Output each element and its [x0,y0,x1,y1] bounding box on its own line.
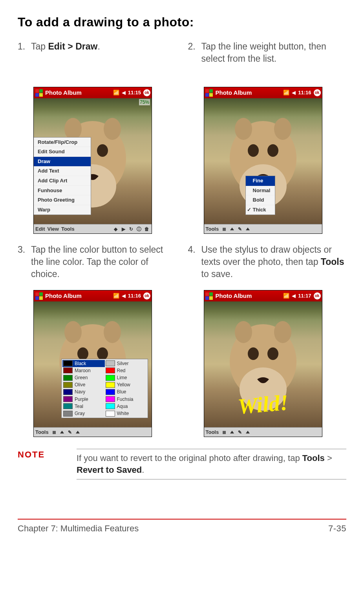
color-option[interactable]: Aqua [105,403,147,410]
step-4-post: to save. [201,269,233,279]
start-icon[interactable] [35,292,43,300]
dropdown-icon[interactable] [229,226,235,232]
connectivity-icon[interactable]: 📶 [113,89,119,96]
connectivity-icon[interactable]: 📶 [283,292,289,299]
color-option[interactable]: Yellow [105,381,147,388]
color-option[interactable]: Lime [105,374,147,381]
speaker-icon[interactable]: ◀ [292,292,296,299]
step-4: 4. Use the stylus to draw objects or tex… [188,244,347,283]
info-icon[interactable]: ⓘ [136,226,142,232]
menu-tools[interactable]: Tools [35,429,49,436]
svg-point-22 [235,321,252,343]
step-1: 1. Tap Edit > Draw. [18,40,176,80]
color-option[interactable]: Fuchsia [105,396,147,403]
ok-button[interactable]: ok [314,292,321,299]
step-2-text: Tap the line weight button, then select … [201,40,347,80]
photo-canvas[interactable]: 75% Rotate/Flip/CropEdit SoundDrawAdd Te… [34,98,152,224]
start-icon[interactable] [35,89,43,97]
menu-item[interactable]: Thick [246,205,275,215]
color-option[interactable]: Navy [62,388,105,395]
footer-page-number: 7-35 [328,523,346,534]
menu-tools[interactable]: Tools [61,226,75,233]
line-weight-icon[interactable]: ≣ [51,429,57,435]
dropdown-icon[interactable] [229,429,235,435]
photo-canvas[interactable]: Wild! [204,301,322,427]
menu-item[interactable]: Warp [34,205,91,215]
color-name: Black [75,360,86,367]
speaker-icon[interactable]: ◀ [122,292,126,299]
menu-edit[interactable]: Edit [35,226,45,233]
color-option[interactable]: Maroon [62,367,105,374]
connectivity-icon[interactable]: 📶 [283,89,289,96]
start-icon[interactable] [205,292,213,300]
color-name: Maroon [75,367,91,374]
svg-point-21 [267,347,278,360]
bottom-toolbar: Tools ≣ ✎ [204,224,322,233]
rotate-icon[interactable]: ↻ [128,226,134,232]
line-weight-icon[interactable]: ≣ [221,429,227,435]
line-weight-icon[interactable]: ≣ [221,226,227,232]
color-option[interactable]: Teal [62,403,105,410]
menu-item[interactable]: Funhouse [34,186,91,196]
delete-icon[interactable]: 🗑 [144,226,150,232]
nav-fwd-icon[interactable]: ▶ [120,226,126,232]
speaker-icon[interactable]: ◀ [122,89,126,96]
color-name: Blue [117,389,126,395]
color-option[interactable]: White [105,410,147,417]
menu-view[interactable]: View [48,226,59,233]
note-bold-1: Tools [302,453,325,463]
color-icon[interactable]: ✎ [67,429,73,435]
menu-item[interactable]: Draw [34,157,91,167]
menu-tools[interactable]: Tools [206,429,219,436]
start-icon[interactable] [205,89,213,97]
color-swatch [63,396,73,402]
connectivity-icon[interactable]: 📶 [113,292,119,299]
menu-item[interactable]: Edit Sound [34,147,91,157]
color-option[interactable]: Silver [105,360,147,367]
dropdown-icon[interactable] [245,226,251,232]
menu-item[interactable]: Normal [246,186,275,196]
color-name: Lime [117,375,127,381]
color-swatch [63,411,73,417]
ok-button[interactable]: ok [143,292,150,299]
menu-item[interactable]: Photo Greeting [34,195,91,205]
menu-item[interactable]: Bold [246,195,275,205]
clock-time: 11:15 [128,89,141,96]
dropdown-icon[interactable] [59,429,65,435]
color-swatch [106,367,115,373]
menu-tools[interactable]: Tools [206,226,219,233]
app-title: Photo Album [45,292,113,300]
page-title: To add a drawing to a photo: [18,14,346,31]
photo-canvas[interactable]: BlackSilverMaroonRedGreenLimeOliveYellow… [34,301,152,427]
color-option[interactable]: Black [62,360,105,367]
color-name: Yellow [117,382,130,388]
color-option[interactable]: Olive [62,381,105,388]
color-option[interactable]: Green [62,374,105,381]
app-title: Photo Album [216,292,284,300]
menu-item[interactable]: Add Text [34,166,91,176]
nav-back-icon[interactable]: ◆ [112,226,119,232]
color-option[interactable]: Purple [62,396,105,403]
color-option[interactable]: Red [105,367,147,374]
photo-canvas[interactable]: FineNormalBoldThick [204,98,322,224]
color-icon[interactable]: ✎ [237,429,243,435]
titlebar: Photo Album 📶 ◀ 11:17 ok [204,290,322,301]
menu-item[interactable]: Add Clip Art [34,176,91,186]
svg-point-3 [97,144,108,157]
ok-button[interactable]: ok [143,89,150,96]
color-option[interactable]: Gray [62,410,105,417]
dropdown-icon[interactable] [75,429,81,435]
clock-time: 11:17 [298,292,311,299]
color-name: White [117,410,129,417]
svg-point-20 [248,347,259,360]
color-option[interactable]: Blue [105,388,147,395]
dropdown-icon[interactable] [245,429,251,435]
speaker-icon[interactable]: ◀ [292,89,296,96]
app-title: Photo Album [45,89,113,97]
menu-item[interactable]: Rotate/Flip/Crop [34,138,91,147]
menu-item[interactable]: Fine [246,176,275,186]
ok-button[interactable]: ok [314,89,321,96]
note-mid: > [325,453,332,463]
color-swatch [63,375,73,381]
color-icon[interactable]: ✎ [237,226,243,232]
